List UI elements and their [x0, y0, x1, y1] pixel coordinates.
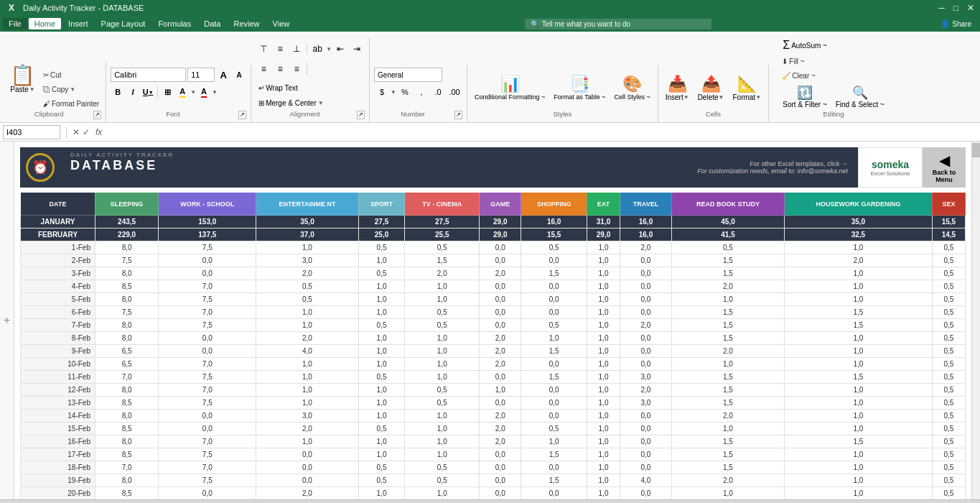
table-row: 7-Feb8,07,51,00,50,50,00,51,02,01,51,50,… — [21, 319, 966, 332]
clear-icon: 🧹 — [782, 72, 790, 80]
minimize-btn[interactable]: ─ — [938, 3, 945, 13]
paste-button[interactable]: 📋 Paste ▼ — [7, 64, 38, 95]
insert-button[interactable]: 📥 Insert ▼ — [663, 68, 692, 108]
conditional-formatting-button[interactable]: 📊 Conditional Formatting ~ — [472, 68, 548, 108]
clipboard-expand[interactable]: ↗ — [93, 111, 101, 119]
table-row: 20-Feb8,50,02,01,01,00,00,01,00,01,01,00… — [21, 487, 966, 500]
menu-file[interactable]: File — [3, 18, 27, 29]
spreadsheet-content: ⏰ DAILY ACTIVITY TRACKER DATABASE For ot… — [14, 142, 971, 499]
align-left-button[interactable]: ≡ — [256, 62, 271, 76]
align-top-button[interactable]: ⊤ — [256, 42, 271, 56]
text-angle-dropdown[interactable]: ▼ — [326, 46, 332, 52]
menu-review[interactable]: Review — [228, 18, 265, 29]
format-button[interactable]: 📐 Format ▼ — [729, 68, 764, 108]
copy-button[interactable]: ⿻ Copy ▼ — [41, 83, 101, 96]
font-expand[interactable]: ↗ — [238, 111, 246, 119]
format-painter-button[interactable]: 🖌 Format Painter — [41, 97, 101, 110]
font-color-button[interactable]: A — [197, 85, 211, 99]
conditional-formatting-icon: 📊 — [500, 75, 520, 93]
search-bar[interactable]: 🔍 Tell me what you want to do — [525, 19, 711, 29]
tracker-main-title: DATABASE — [70, 158, 647, 173]
table-row: 8-Feb8,00,02,01,01,02,01,01,00,01,51,00,… — [21, 332, 966, 345]
merge-dropdown[interactable]: ▼ — [318, 100, 324, 106]
align-right-button[interactable]: ≡ — [289, 62, 304, 76]
col-header-game: GAME — [480, 193, 521, 216]
number-expand[interactable]: ↗ — [454, 111, 462, 119]
copy-dropdown-arrow[interactable]: ▼ — [70, 86, 75, 93]
borders-button[interactable]: ⊞ — [160, 85, 174, 99]
menu-view[interactable]: View — [267, 18, 296, 29]
underline-button[interactable]: U ▼ — [141, 85, 155, 99]
maximize-btn[interactable]: □ — [953, 3, 958, 13]
someka-logo: someka Excel Solutions — [858, 147, 923, 188]
back-label-2: Menu — [935, 176, 953, 183]
paste-icon: 📋 — [10, 65, 35, 86]
close-btn[interactable]: ✕ — [967, 3, 974, 13]
align-bottom-button[interactable]: ⊥ — [289, 42, 304, 56]
format-as-table-button[interactable]: 📑 Format as Table ~ — [551, 68, 608, 108]
cancel-formula-icon[interactable]: ✕ — [73, 127, 80, 137]
paste-label: Paste — [10, 86, 29, 93]
indent-increase-button[interactable]: ⇥ — [349, 42, 365, 56]
merge-center-button[interactable]: ⊞ Merge & Center ▼ — [256, 96, 327, 110]
col-header-work: WORK - SCHOOL — [159, 193, 256, 216]
delete-button[interactable]: 📤 Delete ▼ — [695, 68, 727, 108]
decrease-decimal-button[interactable]: .00 — [447, 85, 462, 99]
enter-formula-icon[interactable]: ✓ — [83, 127, 90, 137]
col-header-sex: SEX — [932, 193, 965, 216]
find-select-button[interactable]: 🔍 Find & Select ~ — [833, 83, 887, 110]
ribbon-editing-group: Σ AutoSum ~ ⬇ Fill ~ 🧹 Clear ~ 🔃 Sort & … — [769, 34, 898, 122]
table-row: 15-Feb8,50,02,00,51,02,00,51,00,01,01,00… — [21, 423, 966, 435]
cell-styles-button[interactable]: 🎨 Cell Styles ~ — [611, 68, 653, 108]
menu-page-layout[interactable]: Page Layout — [95, 18, 151, 29]
paste-dropdown-arrow[interactable]: ▼ — [29, 86, 35, 93]
increase-decimal-button[interactable]: .0 — [430, 85, 446, 99]
format-dropdown[interactable]: ▼ — [755, 94, 761, 101]
table-row: 18-Feb7,07,00,00,50,50,00,01,00,01,51,00… — [21, 461, 966, 474]
align-center-button[interactable]: ≡ — [272, 62, 288, 76]
clear-button[interactable]: 🧹 Clear ~ — [780, 69, 818, 82]
add-row-icon[interactable]: + — [4, 314, 10, 327]
name-box[interactable]: I403 — [3, 125, 60, 139]
insert-dropdown[interactable]: ▼ — [683, 94, 689, 101]
currency-dropdown[interactable]: ▼ — [391, 89, 396, 96]
font-color-dropdown[interactable]: ▼ — [212, 89, 218, 96]
formula-input[interactable] — [108, 127, 977, 137]
alignment-expand[interactable]: ↗ — [357, 111, 365, 119]
increase-font-size-button[interactable]: A — [216, 68, 230, 82]
autosum-button[interactable]: Σ AutoSum ~ — [780, 37, 830, 53]
delete-dropdown[interactable]: ▼ — [719, 94, 724, 101]
fx-label: fx — [95, 127, 102, 137]
back-to-menu-button[interactable]: ◀ Back to Menu — [923, 147, 966, 188]
tracker-subtitle: DAILY ACTIVITY TRACKER — [70, 152, 647, 158]
font-family-selector[interactable]: Calibri — [111, 68, 186, 82]
fill-color-dropdown[interactable]: ▼ — [190, 89, 196, 96]
delete-icon: 📤 — [701, 75, 721, 93]
fill-button[interactable]: ⬇ Fill ~ — [780, 55, 818, 68]
ribbon-font-group: Calibri 11 A A B I U ▼ ⊞ A — [106, 65, 251, 122]
align-middle-button[interactable]: ≡ — [272, 42, 288, 56]
italic-button[interactable]: I — [126, 85, 140, 99]
menu-insert[interactable]: Insert — [62, 18, 94, 29]
comma-button[interactable]: , — [414, 85, 429, 99]
wrap-text-button[interactable]: ↵ Wrap Text — [256, 80, 327, 95]
menu-data[interactable]: Data — [198, 18, 226, 29]
col-header-tv: TV - CINEMA — [405, 193, 480, 216]
table-row: 16-Feb8,07,01,01,01,02,01,01,00,01,51,50… — [21, 435, 966, 448]
number-format-selector[interactable]: General — [374, 68, 442, 82]
bold-button[interactable]: B — [111, 85, 125, 99]
menu-home[interactable]: Home — [29, 18, 61, 29]
menu-formulas[interactable]: Formulas — [152, 18, 197, 29]
share-btn[interactable]: 👤 Share — [941, 20, 971, 28]
text-angle-button[interactable]: ab — [309, 42, 325, 56]
cut-button[interactable]: ✂ Cut — [41, 68, 101, 81]
percent-button[interactable]: % — [397, 85, 413, 99]
indent-decrease-button[interactable]: ⇤ — [332, 42, 348, 56]
fill-color-button[interactable]: A — [175, 85, 190, 99]
font-size-selector[interactable]: 11 — [187, 68, 215, 82]
vertical-scrollbar[interactable] — [971, 142, 980, 499]
currency-button[interactable]: $ — [374, 85, 390, 99]
sort-filter-button[interactable]: 🔃 Sort & Filter ~ — [780, 83, 829, 110]
decrease-font-size-button[interactable]: A — [232, 68, 246, 82]
table-row: 1-Feb8,07,51,00,50,50,00,51,02,00,51,00,… — [21, 241, 966, 254]
